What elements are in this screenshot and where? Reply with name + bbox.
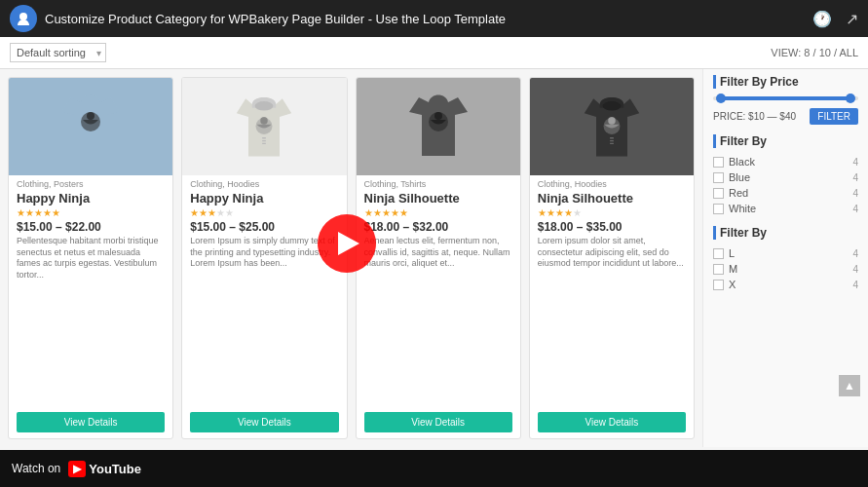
- svg-point-5: [261, 117, 269, 125]
- product-info-1: Clothing, Posters Happy Ninja ★★★★★ $15.…: [9, 175, 172, 438]
- view-details-btn-4[interactable]: View Details: [538, 412, 686, 432]
- youtube-label: YouTube: [89, 462, 141, 476]
- main-layout: Clothing, Posters Happy Ninja ★★★★★ $15.…: [0, 69, 868, 447]
- filter-label-x: X: [729, 279, 736, 290]
- svg-point-3: [255, 101, 274, 110]
- svg-point-2: [87, 112, 94, 120]
- filter-color-title: Filter By: [713, 134, 858, 148]
- filter-count-x: 4: [852, 280, 858, 290]
- checkbox-white[interactable]: [713, 204, 724, 214]
- price-range-label: PRICE: $10 — $40: [713, 111, 796, 122]
- play-button[interactable]: [318, 214, 376, 273]
- channel-logo: [10, 5, 37, 32]
- filter-count-m: 4: [852, 264, 858, 275]
- view-details-btn-1[interactable]: View Details: [17, 412, 165, 432]
- product-card-4: Clothing, Hoodies Ninja Silhouette ★★★★★…: [529, 77, 695, 439]
- filter-price-button[interactable]: FILTER: [810, 108, 858, 125]
- checkbox-red[interactable]: [713, 188, 724, 199]
- filter-label-red: Red: [729, 187, 748, 199]
- product-name-1: Happy Ninja: [17, 191, 165, 206]
- sort-wrapper[interactable]: Default sorting: [10, 43, 106, 62]
- view-count: 8 / 10 / ALL: [804, 47, 858, 58]
- top-bar: Customize Product Category for WPBakery …: [0, 0, 868, 37]
- product-name-4: Ninja Silhouette: [538, 191, 686, 206]
- checkbox-m[interactable]: [713, 264, 724, 275]
- watch-on-label: Watch on: [12, 462, 60, 475]
- svg-point-11: [602, 101, 621, 110]
- youtube-logo[interactable]: ▶ YouTube: [68, 461, 141, 477]
- bottom-bar: Watch on ▶ YouTube: [0, 450, 868, 487]
- filter-size-section: Filter By L 4 M: [713, 226, 858, 292]
- clock-icon[interactable]: 🕐: [812, 10, 832, 28]
- product-image-4: [530, 78, 694, 175]
- filter-color-section: Filter By Black 4 Blue: [713, 134, 858, 216]
- product-card: Clothing, Posters Happy Ninja ★★★★★ $15.…: [8, 77, 173, 439]
- filter-item-x: X 4: [713, 277, 858, 292]
- product-name-3: Ninja Silhouette: [364, 191, 512, 206]
- view-details-btn-3[interactable]: View Details: [364, 412, 512, 432]
- video-content: Default sorting VIEW: 8 / 10 / ALL: [0, 37, 868, 450]
- svg-point-10: [434, 112, 442, 120]
- filter-label-l: L: [729, 247, 735, 259]
- product-stars-2: ★★★★★: [190, 207, 338, 218]
- product-category-1: Clothing, Posters: [17, 179, 165, 189]
- product-category-2: Clothing, Hoodies: [190, 179, 338, 189]
- product-name-2: Happy Ninja: [190, 191, 338, 206]
- product-image-1: [9, 78, 172, 175]
- filter-label-blue: Blue: [729, 171, 750, 183]
- video-container: Customize Product Category for WPBakery …: [0, 0, 868, 487]
- filter-size-title: Filter By: [713, 226, 858, 240]
- price-slider-handle-left[interactable]: [716, 94, 726, 103]
- filter-price-title: Filter By Price: [713, 75, 858, 89]
- price-slider-track[interactable]: [713, 96, 858, 100]
- product-image-2: [182, 78, 346, 175]
- product-card-3: Clothing, Tshirts Ninja Silhouette ★★★★★…: [356, 77, 521, 439]
- filter-item-m: M 4: [713, 261, 858, 277]
- product-price-1: $15.00 – $22.00: [17, 220, 165, 234]
- top-bar-actions: 🕐 ↗: [812, 10, 858, 28]
- view-details-btn-2[interactable]: View Details: [190, 412, 338, 432]
- toolbar-row: Default sorting VIEW: 8 / 10 / ALL: [0, 37, 868, 69]
- product-category-3: Clothing, Tshirts: [364, 179, 512, 189]
- product-desc-4: Lorem ipsum dolor sit amet, consectetur …: [538, 236, 686, 406]
- view-label: VIEW:: [771, 47, 801, 58]
- product-stars-3: ★★★★★: [364, 207, 512, 218]
- filter-label-m: M: [729, 263, 737, 275]
- filter-item-blue: Blue 4: [713, 169, 858, 185]
- filter-item-red: Red 4: [713, 185, 858, 201]
- price-slider-handle-right[interactable]: [846, 94, 855, 103]
- price-range-text: PRICE: $10 — $40 FILTER: [713, 108, 858, 125]
- product-info-3: Clothing, Tshirts Ninja Silhouette ★★★★★…: [357, 175, 520, 438]
- scroll-top-button[interactable]: ▲: [839, 375, 860, 396]
- product-price-3: $18.00 – $32.00: [364, 220, 512, 234]
- checkbox-x[interactable]: [713, 280, 724, 290]
- filter-label-white: White: [729, 203, 756, 214]
- svg-point-0: [19, 13, 27, 20]
- video-title: Customize Product Category for WPBakery …: [45, 12, 805, 26]
- product-price-4: $18.00 – $35.00: [538, 220, 686, 234]
- filter-count-black: 4: [852, 157, 858, 168]
- product-desc-2: Lorem Ipsum is simply dummy text of the …: [190, 236, 338, 406]
- filter-count-l: 4: [852, 248, 858, 259]
- filter-count-red: 4: [852, 188, 858, 199]
- filter-item-black: Black 4: [713, 154, 858, 169]
- product-stars-1: ★★★★★: [17, 207, 165, 218]
- filter-label-black: Black: [729, 156, 755, 168]
- product-desc-3: Aenean lectus elit, fermentum non, conva…: [364, 236, 512, 406]
- share-icon[interactable]: ↗: [846, 10, 858, 28]
- checkbox-black[interactable]: [713, 157, 724, 168]
- filter-item-white: White 4: [713, 201, 858, 216]
- product-price-2: $15.00 – $25.00: [190, 220, 338, 234]
- product-page: Default sorting VIEW: 8 / 10 / ALL: [0, 37, 868, 450]
- checkbox-blue[interactable]: [713, 172, 724, 183]
- filter-count-white: 4: [852, 204, 858, 214]
- product-image-3: [357, 78, 520, 175]
- sort-select[interactable]: Default sorting: [10, 43, 106, 62]
- filter-count-blue: 4: [852, 172, 858, 183]
- filter-price-section: Filter By Price PRICE: $10 — $40 FILTER: [713, 75, 858, 125]
- product-desc-1: Pellentesque habitant morbi tristique se…: [17, 236, 165, 406]
- svg-point-13: [608, 117, 616, 125]
- product-info-2: Clothing, Hoodies Happy Ninja ★★★★★ $15.…: [182, 175, 346, 438]
- checkbox-l[interactable]: [713, 248, 724, 259]
- product-stars-4: ★★★★★: [538, 207, 686, 218]
